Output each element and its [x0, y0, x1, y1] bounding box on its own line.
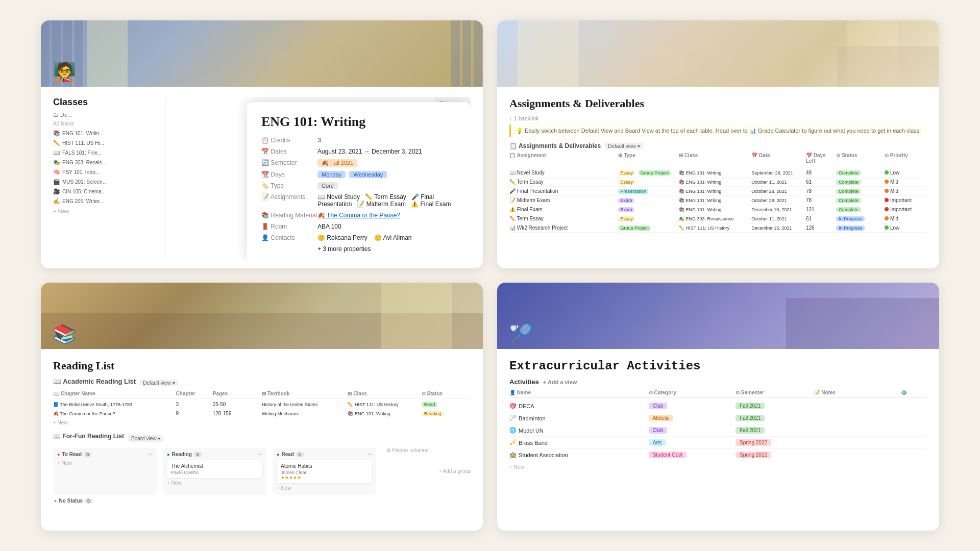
reading-row-2: 🍂 The Comma or the Pause? 9 120-159 Writ…	[53, 409, 471, 418]
activity-row-deca: 🎯DECA Club Fall 2021	[509, 400, 927, 412]
prop-type: 🏷️ Type Core	[261, 182, 456, 189]
kanban-card-alchemist[interactable]: The Alchemist Paulo Coelho	[167, 460, 262, 478]
assignments-table-header: 📋 Assignment ⊞ Type ⊞ Class 📅 Date 📅 Day…	[509, 153, 927, 166]
reading-emoji: 📚	[53, 323, 76, 345]
table-row: 📊 Wk2 Research Project Group Project ✏️ …	[509, 223, 927, 233]
kanban-add-toread[interactable]: + New	[57, 460, 153, 466]
sidebar-item-8[interactable]: ✍️ENG 205: Writer...	[53, 196, 159, 206]
prop-label-semester: 🔄 Semester	[261, 159, 317, 166]
prop-room: 🚪 Room ABA 100	[261, 223, 456, 230]
reading-content: Reading List 📖 Academic Reading List Def…	[41, 349, 483, 531]
prop-value-contacts: 🙂 Roksana Perry 🙂 Avi Allman	[317, 234, 456, 241]
classes-sidebar: Classes 🗂 De... Ad Name 📚ENG 101: Writin…	[53, 97, 165, 260]
sidebar-item-4[interactable]: 🎭ENG 303: Renais...	[53, 158, 159, 167]
extracurricular-card: 🏸 Extracurricular Activities Activities …	[497, 283, 939, 531]
reading-row-1: 📘 The British Move South, 1778-1783 3 25…	[53, 400, 471, 409]
prop-label-contacts: 👤 Contacts	[261, 234, 317, 241]
prop-semester: 🔄 Semester 🍂 Fall 2021	[261, 159, 456, 167]
prop-assignments: 📝 Assignments 📖 Novel Study ✏️ Term Essa…	[261, 193, 456, 208]
classes-banner: 🧑‍🏫	[41, 20, 483, 87]
prop-label-assignments: 📝 Assignments	[261, 193, 317, 201]
kanban-hidden-col: ⊞ Hidden columns	[382, 447, 432, 495]
kanban-card-atomic[interactable]: Atomic Habits James Clear ★★★★★	[277, 460, 372, 483]
prop-value-type: Core	[317, 182, 456, 189]
prop-credits: 📋 Credits 3	[261, 137, 456, 144]
activities-table-header: 👤 Name ⊙ Category ⊙ Semester 📝 Notes ⚙️	[509, 390, 927, 398]
sidebar-name-col: Ad Name	[53, 121, 159, 127]
table-row: ⚠️ Final Exam Exam 📚 ENG 101: Writing De…	[509, 205, 927, 214]
sidebar-item-6[interactable]: 🎬MUS 201: Screen...	[53, 177, 159, 187]
table-row: 📖 Novel Study Essay Group Project 📚 ENG …	[509, 168, 927, 178]
classes-emoji: 🧑‍🏫	[53, 61, 76, 83]
extracurricular-emoji: 🏸	[509, 323, 532, 345]
academic-reading-title: 📖 Academic Reading List	[53, 378, 136, 385]
assignments-backlink: ↑ 1 backlink	[509, 115, 927, 121]
extracurricular-banner: 🏸	[497, 283, 939, 349]
activities-table-body: 🎯DECA Club Fall 2021 🏸Badminton Athletic…	[509, 400, 927, 461]
eng101-modal: ENG 101: Writing 📋 Credits 3 📅 Dates Aug…	[247, 102, 471, 260]
activity-row-modelun: 🌐Model UN Club Fall 2021	[509, 424, 927, 437]
activity-row-brassband: 🎺Brass Band Arts Spring 2022	[509, 437, 927, 449]
activities-header: Activities + Add a view	[509, 378, 927, 386]
activity-row-badminton: 🏸Badminton Athletic Fall 2021	[509, 412, 927, 424]
classes-card: 🧑‍🏫 Classes 🗂 De... Ad Name 📚ENG 101: Wr…	[41, 20, 483, 268]
kanban-col-reading: ● Reading 1 ··· The Alchemist Paulo Coel…	[163, 447, 266, 495]
activities-add-new[interactable]: + New	[509, 464, 927, 470]
prop-label-days: 📆 Days	[261, 171, 317, 178]
sidebar-item-1[interactable]: 📚ENG 101: Writin...	[53, 129, 159, 138]
kanban-board: ● To Read 0 ··· + New ● Reading 1 ···	[53, 447, 471, 495]
activities-add-view[interactable]: + Add a view	[543, 379, 577, 385]
prop-label-type: 🏷️ Type	[261, 182, 317, 189]
kanban-add-group[interactable]: + Add a group	[438, 447, 471, 495]
prop-more[interactable]: + 3 more properties	[261, 245, 456, 253]
sidebar-item-2[interactable]: ✏️HIST 111: US Hi...	[53, 138, 159, 148]
prop-value-reading[interactable]: 🍂 The Comma or the Pause?	[317, 212, 456, 219]
kanban-col-toread: ● To Read 0 ··· + New	[53, 447, 157, 495]
activities-label: Activities	[509, 378, 539, 386]
kanban-col-title-read: ● Read 1 ···	[277, 452, 372, 457]
sidebar-item-7[interactable]: 🎥CIN 105: Cinema...	[53, 187, 159, 196]
kanban-col-read: ● Read 1 ··· Atomic Habits James Clear ★…	[273, 447, 376, 495]
reading-banner: 📚	[41, 283, 483, 349]
table-row: ✏️ Term Essay Essay 🎭 ENG 303: Renaissan…	[509, 214, 927, 223]
prop-days: 📆 Days Monday Wednesday	[261, 171, 456, 178]
prop-label-credits: 📋 Credits	[261, 137, 317, 144]
prop-label-room: 🚪 Room	[261, 223, 317, 230]
kanban-col-title-reading: ● Reading 1 ···	[167, 452, 262, 457]
kanban-section: 📖 For-Fun Reading List Board view ▾ ● To…	[53, 433, 471, 504]
assignments-content: Assignments & Deliverables ↑ 1 backlink …	[497, 87, 939, 268]
assignments-view-badge[interactable]: Default view ▾	[605, 143, 643, 149]
activity-row-studentassoc: 🏫Student Association Student Govt Spring…	[509, 449, 927, 461]
assignments-section-title: 📋 Assignments & Deliverables	[509, 142, 601, 149]
reading-card: 📚 Reading List 📖 Academic Reading List D…	[41, 283, 483, 531]
prop-value-room: ABA 100	[317, 223, 456, 230]
prop-value-semester: 🍂 Fall 2021	[317, 159, 456, 167]
prop-reading: 📚 Reading Material 🍂 The Comma or the Pa…	[261, 212, 456, 219]
prop-value-credits: 3	[317, 137, 456, 144]
sidebar-item-3[interactable]: 📖FALS 101: Fine...	[53, 148, 159, 158]
kanban-add-read[interactable]: + New	[277, 485, 372, 491]
sidebar-add-new[interactable]: + New	[53, 208, 159, 214]
reading-table-header: 📖 Chapter Name Chapter Pages ⊞ Textbook …	[53, 391, 471, 398]
kanban-nostatus: ● No Status 0	[53, 498, 471, 504]
extracurricular-content: Extracurricular Activities Activities + …	[497, 349, 939, 531]
academic-view-badge[interactable]: Default view ▾	[140, 380, 178, 386]
assignments-title: Assignments & Deliverables	[509, 97, 927, 110]
kanban-add-reading[interactable]: + New	[167, 480, 262, 486]
classes-modal-area: Type Core Gen Ed Elective Core Gen Ed El…	[165, 97, 471, 260]
forfun-view-badge[interactable]: Board view ▾	[128, 435, 163, 442]
assignments-table-body: 📖 Novel Study Essay Group Project 📚 ENG …	[509, 168, 927, 233]
reading-add[interactable]: + New	[53, 420, 471, 425]
reading-title: Reading List	[53, 359, 471, 372]
prop-dates: 📅 Dates August 23, 2021 → December 3, 20…	[261, 148, 456, 155]
table-row: ✏️ Term Essay Essay 📚 ENG 101: Writing O…	[509, 178, 927, 187]
table-row: 🎤 Final Presentation Presentation 📚 ENG …	[509, 187, 927, 196]
sidebar-item-5[interactable]: 🧠PSY 101: Intro...	[53, 167, 159, 177]
prop-label-dates: 📅 Dates	[261, 148, 317, 155]
kanban-col-title-toread: ● To Read 0 ···	[57, 452, 153, 457]
sidebar-filter: 🗂 De...	[53, 112, 159, 118]
prop-value-days: Monday Wednesday	[317, 171, 456, 178]
modal-title: ENG 101: Writing	[261, 114, 456, 130]
prop-value-dates: August 23, 2021 → December 3, 2021	[317, 148, 456, 155]
prop-value-assignments: 📖 Novel Study ✏️ Term Essay 🎤 Final Pres…	[317, 193, 456, 208]
